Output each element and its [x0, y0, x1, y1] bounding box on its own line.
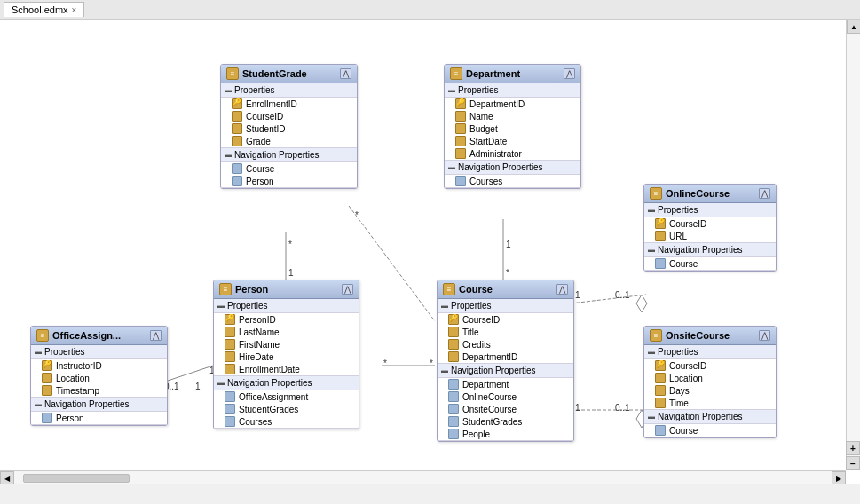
scroll-left-button[interactable]: ◀ — [0, 471, 14, 484]
studentgrade-props-section: ▬ Properties EnrollmentID CourseID Stude… — [221, 83, 357, 148]
scroll-right-button[interactable]: ▶ — [832, 471, 846, 484]
field-icon — [455, 148, 466, 159]
field-icon — [232, 123, 242, 134]
nav-row: Course — [644, 424, 776, 437]
course-collapse[interactable]: ⋀ — [556, 284, 568, 295]
nav-row: StudentGrades — [214, 403, 359, 415]
field-icon — [232, 136, 242, 146]
entity-person: ≡ Person ⋀ ▬ Properties PersonID LastNam… — [213, 280, 359, 429]
prop-row: Location — [644, 372, 776, 384]
entity-studentgrade-header[interactable]: ≡ StudentGrade ⋀ — [221, 65, 357, 83]
prop-row: Budget — [445, 122, 580, 135]
department-title: Department — [466, 68, 520, 79]
prop-row: DepartmentID — [438, 350, 573, 363]
prop-row: CourseID — [221, 110, 357, 122]
mult-person-course-star2: * — [430, 358, 433, 368]
zoom-in-button[interactable]: + — [846, 441, 860, 455]
key-icon — [225, 314, 235, 325]
prop-row: URL — [644, 230, 776, 242]
office-props-header[interactable]: ▬ Properties — [31, 345, 167, 359]
nav-row: Department — [438, 378, 573, 390]
studentgrade-icon: ≡ — [226, 67, 239, 80]
course-nav-header[interactable]: ▬ Navigation Properties — [438, 364, 573, 378]
prop-row: Grade — [221, 135, 357, 147]
tab-label: School.edmx — [12, 4, 68, 15]
field-icon — [42, 373, 52, 383]
tab-close-button[interactable]: × — [72, 5, 77, 15]
person-collapse[interactable]: ⋀ — [342, 284, 353, 295]
office-collapse[interactable]: ⋀ — [150, 330, 162, 341]
prop-row: Name — [445, 110, 580, 122]
person-icon: ≡ — [219, 283, 232, 295]
field-icon — [225, 351, 235, 362]
department-nav-header[interactable]: ▬ Navigation Properties — [445, 161, 580, 175]
mult-dept-course-1: 1 — [506, 240, 511, 249]
nav-row: Person — [31, 412, 167, 424]
department-collapse[interactable]: ⋀ — [564, 68, 575, 79]
mult-sg-person-star: * — [288, 240, 292, 249]
department-icon: ≡ — [450, 67, 462, 80]
prop-row: StudentID — [221, 122, 357, 135]
onlinecourse-nav-header[interactable]: ▬ Navigation Properties — [644, 243, 776, 257]
file-tab[interactable]: School.edmx × — [4, 2, 84, 17]
entity-office-header[interactable]: ≡ OfficeAssign... ⋀ — [31, 327, 167, 345]
key-icon — [455, 98, 466, 109]
nav-icon — [448, 429, 459, 439]
mult-person-course-star: * — [383, 358, 387, 368]
entity-department-header[interactable]: ≡ Department ⋀ — [445, 65, 580, 83]
onsitecourse-collapse[interactable]: ⋀ — [759, 330, 770, 341]
course-props-header[interactable]: ▬ Properties — [438, 299, 573, 313]
svg-line-3 — [160, 366, 213, 383]
mult-course-online-1: 1 — [575, 290, 580, 300]
studentgrade-nav-section: ▬ Navigation Properties Course Person — [221, 148, 357, 188]
entity-onlinecourse-header[interactable]: ≡ OnlineCourse ⋀ — [644, 185, 776, 203]
field-icon — [448, 351, 459, 362]
nav-icon — [448, 379, 459, 390]
onsitecourse-props-section: ▬ Properties CourseID Location Days Time — [644, 345, 776, 410]
entity-onsitecourse-header[interactable]: ≡ OnsiteCourse ⋀ — [644, 327, 776, 345]
canvas-area: * * 1 1 * 0..1 1 1 0..1 1 0..1 * * 1 ≡ S… — [0, 20, 860, 484]
department-props-header[interactable]: ▬ Properties — [445, 83, 580, 98]
entity-officeassignment: ≡ OfficeAssign... ⋀ ▬ Properties Instruc… — [30, 326, 168, 426]
onlinecourse-collapse[interactable]: ⋀ — [759, 188, 770, 199]
nav-icon — [655, 425, 666, 436]
entity-person-header[interactable]: ≡ Person ⋀ — [214, 280, 359, 299]
studentgrade-nav-header[interactable]: ▬ Navigation Properties — [221, 148, 357, 162]
nav-row: OnsiteCourse — [438, 403, 573, 415]
onlinecourse-props-header[interactable]: ▬ Properties — [644, 203, 776, 217]
prop-row: EnrollmentDate — [214, 363, 359, 375]
nav-icon — [225, 404, 235, 414]
nav-icon — [42, 413, 52, 423]
prop-row: InstructorID — [31, 359, 167, 372]
nav-row: OnlineCourse — [438, 390, 573, 403]
onsitecourse-props-header[interactable]: ▬ Properties — [644, 345, 776, 359]
field-icon — [225, 339, 235, 350]
studentgrade-collapse[interactable]: ⋀ — [340, 68, 351, 79]
nav-row: People — [438, 428, 573, 440]
nav-icon — [448, 391, 459, 402]
studentgrade-props-header[interactable]: ▬ Properties — [221, 83, 357, 98]
onsitecourse-title: OnsiteCourse — [666, 330, 730, 341]
office-icon: ≡ — [36, 329, 49, 342]
office-nav-header[interactable]: ▬ Navigation Properties — [31, 398, 167, 412]
person-nav-header[interactable]: ▬ Navigation Properties — [214, 376, 359, 390]
entity-course-header[interactable]: ≡ Course ⋀ — [438, 280, 573, 299]
nav-row: OfficeAssignment — [214, 390, 359, 403]
nav-icon — [232, 176, 242, 186]
onsitecourse-nav-section: ▬ Navigation Properties Course — [644, 410, 776, 437]
scroll-up-button[interactable]: ▲ — [847, 20, 860, 34]
scrollbar-right[interactable]: ▲ ▼ — [846, 20, 860, 470]
course-props-section: ▬ Properties CourseID Title Credits Depa… — [438, 299, 573, 364]
prop-row: FirstName — [214, 338, 359, 350]
onlinecourse-icon: ≡ — [650, 187, 662, 200]
field-icon — [455, 111, 466, 122]
scroll-thumb-horizontal[interactable] — [23, 474, 130, 483]
field-icon — [655, 385, 666, 396]
onlinecourse-nav-section: ▬ Navigation Properties Course — [644, 243, 776, 271]
zoom-out-button[interactable]: − — [846, 456, 860, 470]
scrollbar-bottom[interactable]: ◀ ▶ — [0, 470, 846, 484]
onsitecourse-nav-header[interactable]: ▬ Navigation Properties — [644, 410, 776, 424]
person-props-header[interactable]: ▬ Properties — [214, 299, 359, 313]
key-icon — [655, 218, 666, 229]
person-title: Person — [235, 284, 268, 295]
